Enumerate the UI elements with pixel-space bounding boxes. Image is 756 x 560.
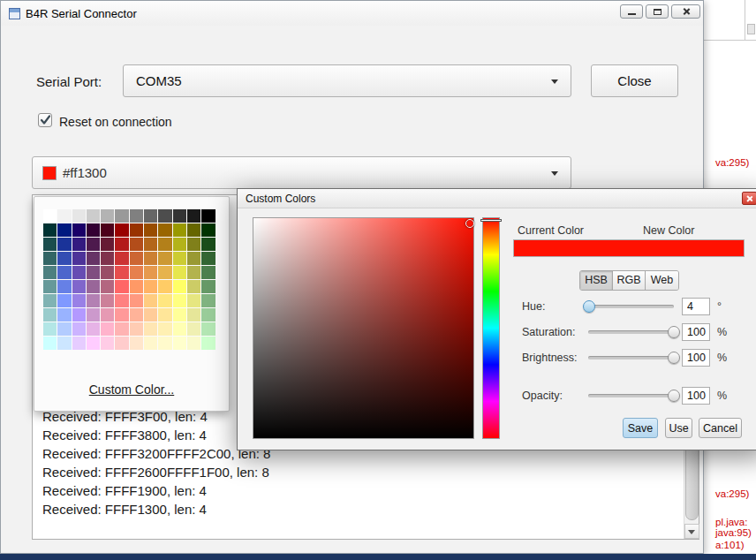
palette-color-swatch[interactable]	[57, 266, 71, 279]
palette-color-swatch[interactable]	[187, 238, 200, 251]
tab-rgb[interactable]: RGB	[613, 271, 646, 290]
palette-color-swatch[interactable]	[115, 280, 128, 293]
palette-color-swatch[interactable]	[72, 252, 86, 265]
palette-color-swatch[interactable]	[173, 322, 186, 336]
palette-color-swatch[interactable]	[144, 308, 157, 322]
palette-color-swatch[interactable]	[201, 266, 215, 279]
palette-color-swatch[interactable]	[158, 238, 171, 251]
minimize-button[interactable]	[620, 4, 643, 19]
palette-color-swatch[interactable]	[43, 337, 57, 350]
slider-thumb[interactable]	[668, 326, 680, 338]
palette-color-swatch[interactable]	[87, 252, 100, 265]
picker-ring[interactable]	[465, 219, 474, 228]
palette-color-swatch[interactable]	[87, 238, 100, 251]
palette-color-swatch[interactable]	[57, 223, 71, 237]
palette-color-swatch[interactable]	[144, 238, 157, 251]
palette-color-swatch[interactable]	[115, 238, 128, 251]
palette-color-swatch[interactable]	[43, 322, 57, 336]
palette-color-swatch[interactable]	[87, 266, 100, 279]
palette-color-swatch[interactable]	[72, 280, 86, 293]
palette-color-swatch[interactable]	[72, 266, 86, 279]
palette-color-swatch[interactable]	[173, 337, 186, 350]
saturation-brightness-area[interactable]	[253, 217, 474, 439]
palette-color-swatch[interactable]	[144, 322, 157, 336]
palette-color-swatch[interactable]	[43, 252, 57, 265]
palette-color-swatch[interactable]	[187, 337, 200, 350]
tab-web[interactable]: Web	[646, 271, 678, 290]
palette-color-swatch[interactable]	[130, 308, 143, 322]
palette-color-swatch[interactable]	[101, 252, 114, 265]
palette-color-swatch[interactable]	[72, 223, 86, 237]
save-button[interactable]: Save	[623, 418, 658, 438]
palette-color-swatch[interactable]	[43, 238, 57, 251]
brightness-input[interactable]	[682, 349, 710, 367]
use-button[interactable]: Use	[665, 418, 692, 438]
palette-color-swatch[interactable]	[144, 337, 157, 350]
palette-color-swatch[interactable]	[173, 266, 186, 279]
palette-color-swatch[interactable]	[43, 294, 57, 307]
palette-color-swatch[interactable]	[72, 209, 86, 223]
palette-color-swatch[interactable]	[87, 308, 100, 322]
palette-color-swatch[interactable]	[57, 322, 71, 336]
palette-color-swatch[interactable]	[43, 308, 57, 322]
palette-color-swatch[interactable]	[115, 209, 128, 223]
palette-color-swatch[interactable]	[72, 238, 86, 251]
palette-color-swatch[interactable]	[158, 294, 171, 307]
palette-color-swatch[interactable]	[187, 294, 200, 307]
palette-color-swatch[interactable]	[144, 209, 157, 223]
palette-color-swatch[interactable]	[115, 308, 128, 322]
palette-color-swatch[interactable]	[173, 294, 186, 307]
palette-color-swatch[interactable]	[87, 223, 100, 237]
palette-color-swatch[interactable]	[101, 209, 114, 223]
palette-color-swatch[interactable]	[101, 238, 114, 251]
maximize-button[interactable]	[646, 4, 669, 19]
palette-color-swatch[interactable]	[201, 209, 215, 223]
dialog-title-bar[interactable]: Custom Colors	[238, 189, 756, 208]
palette-color-swatch[interactable]	[57, 308, 71, 322]
palette-color-swatch[interactable]	[87, 294, 100, 307]
palette-color-swatch[interactable]	[201, 294, 215, 307]
palette-color-swatch[interactable]	[130, 223, 143, 237]
palette-color-swatch[interactable]	[201, 308, 215, 322]
palette-color-swatch[interactable]	[130, 209, 143, 223]
palette-color-swatch[interactable]	[158, 308, 171, 322]
palette-color-swatch[interactable]	[158, 322, 171, 336]
custom-color-link[interactable]: Custom Color...	[34, 382, 229, 397]
palette-color-swatch[interactable]	[115, 266, 128, 279]
close-button[interactable]: Close	[591, 64, 678, 97]
palette-color-swatch[interactable]	[201, 322, 215, 336]
opacity-input[interactable]	[682, 387, 710, 405]
palette-color-swatch[interactable]	[130, 337, 143, 350]
cancel-button[interactable]: Cancel	[699, 418, 742, 438]
hue-input[interactable]	[682, 298, 710, 315]
palette-color-swatch[interactable]	[72, 322, 86, 336]
palette-color-swatch[interactable]	[201, 280, 215, 293]
palette-color-swatch[interactable]	[72, 308, 86, 322]
close-window-button[interactable]	[671, 4, 700, 19]
palette-color-swatch[interactable]	[101, 223, 114, 237]
palette-color-swatch[interactable]	[144, 223, 157, 237]
palette-color-swatch[interactable]	[130, 252, 143, 265]
palette-color-swatch[interactable]	[201, 252, 215, 265]
palette-color-swatch[interactable]	[173, 280, 186, 293]
palette-color-swatch[interactable]	[187, 322, 200, 336]
palette-color-swatch[interactable]	[158, 337, 171, 350]
palette-color-swatch[interactable]	[101, 266, 114, 279]
palette-color-swatch[interactable]	[101, 294, 114, 307]
palette-color-swatch[interactable]	[57, 238, 71, 251]
palette-color-swatch[interactable]	[57, 252, 71, 265]
palette-color-swatch[interactable]	[187, 252, 200, 265]
palette-color-swatch[interactable]	[57, 209, 71, 223]
palette-color-swatch[interactable]	[144, 252, 157, 265]
slider-thumb[interactable]	[668, 352, 680, 364]
palette-color-swatch[interactable]	[201, 223, 215, 237]
serial-port-combobox[interactable]: COM35	[123, 64, 571, 97]
palette-color-swatch[interactable]	[158, 280, 171, 293]
palette-color-swatch[interactable]	[72, 337, 86, 350]
palette-color-swatch[interactable]	[144, 266, 157, 279]
palette-color-swatch[interactable]	[43, 280, 57, 293]
palette-color-swatch[interactable]	[201, 337, 215, 350]
palette-color-swatch[interactable]	[187, 280, 200, 293]
palette-color-swatch[interactable]	[101, 322, 114, 336]
palette-color-swatch[interactable]	[158, 266, 171, 279]
